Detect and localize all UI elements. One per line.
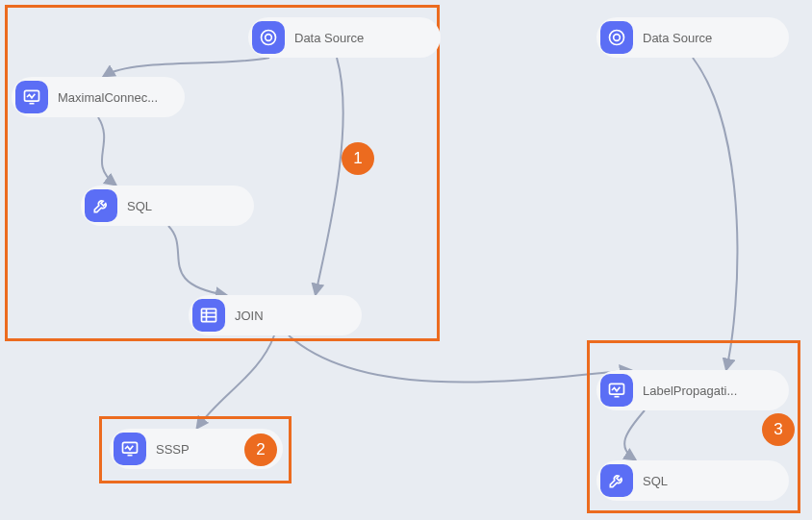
svg-point-2 (610, 31, 624, 45)
target-icon (600, 21, 633, 54)
svg-rect-6 (202, 309, 216, 321)
node-label: Data Source (643, 31, 712, 45)
node-label: SSSP (156, 442, 190, 457)
node-maximal-connected[interactable]: MaximalConnec... (12, 77, 185, 117)
group-1-badge: 1 (342, 142, 374, 175)
monitor-icon (600, 374, 633, 407)
node-label: Data Source (294, 31, 364, 45)
svg-point-3 (614, 35, 621, 41)
svg-point-1 (266, 35, 272, 41)
svg-point-0 (262, 31, 276, 45)
node-data-source-2[interactable]: Data Source (596, 17, 789, 58)
wrench-icon (600, 464, 633, 497)
svg-rect-10 (123, 442, 138, 453)
monitor-icon (114, 433, 146, 465)
group-3-badge: 3 (762, 413, 795, 446)
node-label: SQL (643, 474, 668, 488)
svg-rect-12 (610, 384, 624, 394)
node-join[interactable]: JOIN (189, 295, 362, 335)
table-icon (192, 299, 225, 332)
monitor-icon (15, 81, 48, 113)
svg-rect-4 (25, 90, 39, 101)
node-sql-2[interactable]: SQL (596, 460, 789, 501)
node-label-propagation[interactable]: LabelPropagati... (596, 370, 789, 410)
node-sql-1[interactable]: SQL (81, 186, 254, 226)
workflow-canvas[interactable]: Data Source Data Source MaximalConnec...… (0, 0, 812, 520)
node-data-source-1[interactable]: Data Source (248, 17, 441, 58)
group-2-badge: 2 (244, 433, 277, 466)
target-icon (252, 21, 285, 54)
wrench-icon (85, 189, 117, 222)
node-label: SQL (127, 199, 152, 213)
node-label: JOIN (235, 309, 264, 323)
node-label: MaximalConnec... (58, 90, 158, 105)
node-label: LabelPropagati... (643, 384, 737, 398)
